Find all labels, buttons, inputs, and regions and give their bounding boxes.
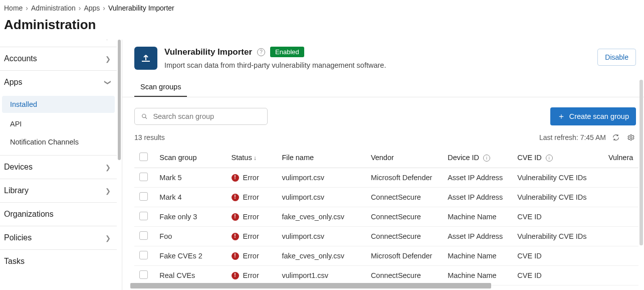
breadcrumb-admin[interactable]: Administration — [31, 4, 76, 12]
upload-icon — [134, 47, 157, 70]
sidebar-item-api[interactable]: API — [0, 115, 117, 133]
search-input-wrapper[interactable] — [134, 108, 268, 125]
info-icon[interactable]: i — [546, 155, 553, 162]
cell-file-name: fake_cves_only.csv — [277, 246, 366, 266]
cell-vulnerability — [603, 168, 638, 188]
table-row[interactable]: Fake CVEs 2!Errorfake_cves_only.csvMicro… — [134, 246, 638, 266]
settings-button[interactable] — [626, 132, 636, 142]
sidebar-item-accounts[interactable]: Accounts ❯ — [0, 47, 117, 71]
app-description: Import scan data from third-party vulner… — [164, 61, 386, 69]
last-refresh-label: Last refresh: 7:45 AM — [539, 133, 606, 141]
cell-vulnerability — [603, 246, 638, 266]
tab-scan-groups[interactable]: Scan groups — [134, 79, 187, 97]
chevron-right-icon: ❯ — [105, 187, 111, 195]
sidebar-item-organizations[interactable]: Organizations — [0, 203, 117, 226]
tabs: Scan groups — [122, 79, 644, 97]
info-icon[interactable]: i — [483, 155, 490, 162]
cell-file-name: vulimport.csv — [277, 227, 366, 246]
sidebar-label: Devices — [4, 163, 33, 172]
row-checkbox[interactable] — [139, 231, 148, 240]
sidebar-label: Organizations — [4, 210, 54, 219]
row-checkbox[interactable] — [139, 212, 148, 220]
cell-scan-group: Mark 4 — [154, 188, 226, 207]
cell-device-id: Machine Name — [443, 207, 512, 227]
sidebar-label: Library — [4, 186, 29, 195]
cell-cve-id: Vulnerability CVE IDs — [512, 188, 603, 207]
cell-status: !Error — [227, 207, 277, 227]
table-row[interactable]: Fake only 3!Errorfake_cves_only.csvConne… — [134, 207, 638, 227]
select-all-checkbox[interactable] — [139, 153, 148, 161]
column-vulnerability[interactable]: Vulnera — [603, 148, 638, 168]
row-checkbox[interactable] — [139, 192, 148, 201]
sidebar-item-installed[interactable]: Installed — [2, 96, 115, 113]
plus-icon: ＋ — [557, 112, 565, 120]
sidebar-item-general[interactable]: General ❯ — [0, 40, 117, 47]
chevron-right-icon: ❯ — [105, 234, 111, 242]
cell-vendor: ConnectSecure — [366, 188, 443, 207]
cell-device-id: Asset IP Address — [443, 168, 512, 188]
cell-cve-id: CVE ID — [512, 246, 603, 266]
sidebar-item-apps[interactable]: Apps ❯ — [0, 71, 117, 94]
sidebar-item-tasks[interactable]: Tasks — [0, 250, 117, 273]
sidebar-item-notification-channels[interactable]: Notification Channels — [0, 133, 117, 151]
sidebar-label: Accounts — [4, 54, 37, 63]
breadcrumb-current: Vulnerability Importer — [108, 4, 174, 12]
cell-vulnerability — [603, 207, 638, 227]
cell-cve-id: Vulnerability CVE IDs — [512, 227, 603, 246]
cell-device-id: Asset IP Address — [443, 188, 512, 207]
column-file-name[interactable]: File name — [277, 148, 366, 168]
column-device-id[interactable]: Device ID i — [443, 148, 512, 168]
horizontal-scrollbar[interactable] — [130, 283, 634, 288]
column-vendor[interactable]: Vendor — [366, 148, 443, 168]
cell-device-id: Asset IP Address — [443, 227, 512, 246]
row-checkbox[interactable] — [139, 270, 148, 279]
refresh-icon — [612, 133, 620, 141]
sort-descending-icon: ↓ — [254, 155, 257, 162]
scrollbar-thumb[interactable] — [118, 40, 121, 160]
table-row[interactable]: Mark 5!Errorvulimport.csvMicrosoft Defen… — [134, 168, 638, 188]
column-status[interactable]: Status↓ — [227, 148, 277, 168]
sidebar-item-policies[interactable]: Policies ❯ — [0, 226, 117, 250]
results-count: 13 results — [134, 133, 165, 141]
svg-line-1 — [145, 117, 147, 119]
sidebar-item-library[interactable]: Library ❯ — [0, 179, 117, 203]
row-checkbox[interactable] — [139, 251, 148, 259]
cell-scan-group: Foo — [154, 227, 226, 246]
info-icon[interactable]: ? — [257, 48, 265, 56]
column-cve-id[interactable]: CVE ID i — [512, 148, 603, 168]
cell-scan-group: Fake CVEs 2 — [154, 246, 226, 266]
cell-vulnerability — [603, 227, 638, 246]
breadcrumb: Home › Administration › Apps › Vulnerabi… — [0, 0, 644, 14]
create-scan-group-button[interactable]: ＋ Create scan group — [550, 107, 636, 125]
error-icon: ! — [232, 272, 239, 279]
row-checkbox[interactable] — [139, 173, 148, 181]
cell-file-name: vulimport1.csv — [277, 266, 366, 285]
cell-scan-group: Fake only 3 — [154, 207, 226, 227]
cell-vendor: Microsoft Defender — [366, 168, 443, 188]
app-title: Vulnerability Importer — [164, 47, 252, 57]
cell-vulnerability — [603, 266, 638, 285]
search-icon — [141, 112, 148, 120]
chevron-right-icon: ❯ — [105, 164, 111, 171]
sidebar-item-devices[interactable]: Devices ❯ — [0, 156, 117, 179]
breadcrumb-home[interactable]: Home — [4, 4, 23, 12]
error-icon: ! — [232, 194, 239, 201]
chevron-right-icon: ❯ — [105, 55, 111, 63]
table-row[interactable]: Real CVEs!Errorvulimport1.csvConnectSecu… — [134, 266, 638, 285]
page-title: Administration — [0, 14, 644, 40]
column-scan-group[interactable]: Scan group — [154, 148, 226, 168]
scrollbar-thumb[interactable] — [130, 283, 491, 288]
svg-point-2 — [630, 136, 632, 138]
sidebar: General ❯ Accounts ❯ Apps ❯ document.cur… — [0, 40, 122, 290]
cell-device-id: Machine Name — [443, 266, 512, 285]
table-row[interactable]: Mark 4!Errorvulimport.csvConnectSecureAs… — [134, 188, 638, 207]
search-input[interactable] — [153, 112, 261, 120]
refresh-button[interactable] — [611, 132, 621, 142]
error-icon: ! — [232, 213, 239, 221]
breadcrumb-apps[interactable]: Apps — [84, 4, 100, 12]
cell-cve-id: CVE ID — [512, 266, 603, 285]
chevron-down-icon: ❯ — [104, 80, 112, 85]
table-row[interactable]: Foo!Errorvulimport.csvConnectSecureAsset… — [134, 227, 638, 246]
cell-vendor: ConnectSecure — [366, 266, 443, 285]
column-cve-id-label: CVE ID — [517, 154, 541, 162]
